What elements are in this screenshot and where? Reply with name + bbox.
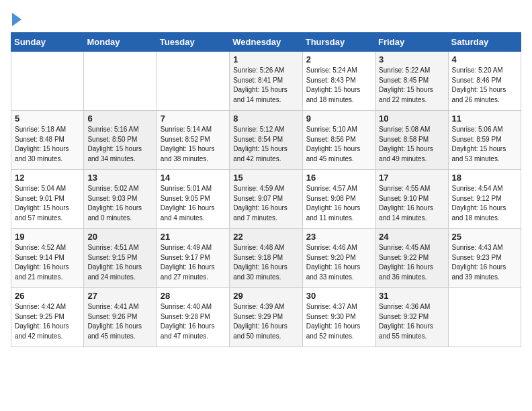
day-number: 20 xyxy=(87,232,152,242)
col-header-friday: Friday xyxy=(375,33,448,52)
day-detail: Sunrise: 4:54 AMSunset: 9:12 PMDaylight:… xyxy=(452,184,517,223)
day-detail: Sunrise: 5:10 AMSunset: 8:56 PMDaylight:… xyxy=(306,125,371,164)
day-number: 7 xyxy=(161,113,226,124)
day-detail: Sunrise: 4:42 AMSunset: 9:25 PMDaylight:… xyxy=(15,302,80,341)
day-number: 6 xyxy=(87,113,152,124)
day-number: 2 xyxy=(306,54,371,64)
calendar-cell: 5Sunrise: 5:18 AMSunset: 8:48 PMDaylight… xyxy=(11,111,84,170)
calendar-table: SundayMondayTuesdayWednesdayThursdayFrid… xyxy=(11,32,521,347)
calendar-cell: 11Sunrise: 5:06 AMSunset: 8:59 PMDayligh… xyxy=(448,111,521,170)
week-row-5: 26Sunrise: 4:42 AMSunset: 9:25 PMDayligh… xyxy=(11,288,521,347)
day-detail: Sunrise: 5:16 AMSunset: 8:50 PMDaylight:… xyxy=(87,125,152,164)
day-detail: Sunrise: 4:41 AMSunset: 9:26 PMDaylight:… xyxy=(87,302,152,341)
calendar-cell: 18Sunrise: 4:54 AMSunset: 9:12 PMDayligh… xyxy=(448,170,521,229)
calendar-cell: 6Sunrise: 5:16 AMSunset: 8:50 PMDaylight… xyxy=(84,111,157,170)
day-detail: Sunrise: 5:12 AMSunset: 8:54 PMDaylight:… xyxy=(233,125,298,164)
col-header-saturday: Saturday xyxy=(448,33,521,52)
day-number: 11 xyxy=(452,113,517,124)
day-number: 31 xyxy=(379,291,444,301)
day-detail: Sunrise: 5:20 AMSunset: 8:46 PMDaylight:… xyxy=(452,66,517,105)
day-number: 26 xyxy=(15,291,80,301)
day-detail: Sunrise: 4:59 AMSunset: 9:07 PMDaylight:… xyxy=(233,184,298,223)
calendar-cell: 17Sunrise: 4:55 AMSunset: 9:10 PMDayligh… xyxy=(375,170,448,229)
calendar-cell: 8Sunrise: 5:12 AMSunset: 8:54 PMDaylight… xyxy=(230,111,302,170)
calendar-cell: 4Sunrise: 5:20 AMSunset: 8:46 PMDaylight… xyxy=(448,52,521,111)
page-header xyxy=(11,11,521,27)
day-detail: Sunrise: 5:24 AMSunset: 8:43 PMDaylight:… xyxy=(306,66,371,105)
day-number: 14 xyxy=(161,173,226,183)
calendar-cell xyxy=(84,52,157,111)
calendar-cell: 30Sunrise: 4:37 AMSunset: 9:30 PMDayligh… xyxy=(302,288,375,347)
day-number: 10 xyxy=(379,113,444,124)
day-number: 4 xyxy=(452,54,517,64)
col-header-tuesday: Tuesday xyxy=(157,33,229,52)
day-number: 3 xyxy=(379,54,444,64)
day-number: 18 xyxy=(452,173,517,183)
day-number: 19 xyxy=(15,232,80,242)
day-detail: Sunrise: 4:45 AMSunset: 9:22 PMDaylight:… xyxy=(379,243,444,282)
calendar-cell: 12Sunrise: 5:04 AMSunset: 9:01 PMDayligh… xyxy=(11,170,84,229)
calendar-cell: 21Sunrise: 4:49 AMSunset: 9:17 PMDayligh… xyxy=(157,229,229,288)
header-row: SundayMondayTuesdayWednesdayThursdayFrid… xyxy=(11,33,521,52)
col-header-thursday: Thursday xyxy=(302,33,375,52)
day-detail: Sunrise: 4:39 AMSunset: 9:29 PMDaylight:… xyxy=(233,302,298,341)
calendar-cell: 15Sunrise: 4:59 AMSunset: 9:07 PMDayligh… xyxy=(230,170,302,229)
calendar-cell: 27Sunrise: 4:41 AMSunset: 9:26 PMDayligh… xyxy=(84,288,157,347)
day-number: 9 xyxy=(306,113,371,124)
day-detail: Sunrise: 4:46 AMSunset: 9:20 PMDaylight:… xyxy=(306,243,371,282)
day-number: 12 xyxy=(15,173,80,183)
day-number: 28 xyxy=(161,291,226,301)
day-number: 16 xyxy=(306,173,371,183)
logo-text xyxy=(11,11,21,27)
day-detail: Sunrise: 5:14 AMSunset: 8:52 PMDaylight:… xyxy=(161,125,226,164)
calendar-cell: 9Sunrise: 5:10 AMSunset: 8:56 PMDaylight… xyxy=(302,111,375,170)
day-number: 17 xyxy=(379,173,444,183)
day-detail: Sunrise: 4:49 AMSunset: 9:17 PMDaylight:… xyxy=(161,243,226,282)
day-detail: Sunrise: 4:36 AMSunset: 9:32 PMDaylight:… xyxy=(379,302,444,341)
calendar-cell: 29Sunrise: 4:39 AMSunset: 9:29 PMDayligh… xyxy=(230,288,302,347)
calendar-cell: 7Sunrise: 5:14 AMSunset: 8:52 PMDaylight… xyxy=(157,111,229,170)
week-row-2: 5Sunrise: 5:18 AMSunset: 8:48 PMDaylight… xyxy=(11,111,521,170)
calendar-cell xyxy=(11,52,84,111)
day-detail: Sunrise: 5:26 AMSunset: 8:41 PMDaylight:… xyxy=(233,66,298,105)
day-detail: Sunrise: 5:06 AMSunset: 8:59 PMDaylight:… xyxy=(452,125,517,164)
day-detail: Sunrise: 4:43 AMSunset: 9:23 PMDaylight:… xyxy=(452,243,517,282)
day-detail: Sunrise: 4:55 AMSunset: 9:10 PMDaylight:… xyxy=(379,184,444,223)
day-number: 13 xyxy=(87,173,152,183)
calendar-cell xyxy=(157,52,229,111)
calendar-cell: 10Sunrise: 5:08 AMSunset: 8:58 PMDayligh… xyxy=(375,111,448,170)
calendar-cell: 13Sunrise: 5:02 AMSunset: 9:03 PMDayligh… xyxy=(84,170,157,229)
calendar-cell: 23Sunrise: 4:46 AMSunset: 9:20 PMDayligh… xyxy=(302,229,375,288)
day-number: 25 xyxy=(452,232,517,242)
calendar-cell: 19Sunrise: 4:52 AMSunset: 9:14 PMDayligh… xyxy=(11,229,84,288)
day-number: 21 xyxy=(161,232,226,242)
day-detail: Sunrise: 4:51 AMSunset: 9:15 PMDaylight:… xyxy=(87,243,152,282)
logo-arrow-icon xyxy=(12,13,21,26)
day-detail: Sunrise: 4:48 AMSunset: 9:18 PMDaylight:… xyxy=(233,243,298,282)
day-detail: Sunrise: 4:40 AMSunset: 9:28 PMDaylight:… xyxy=(161,302,226,341)
day-detail: Sunrise: 5:01 AMSunset: 9:05 PMDaylight:… xyxy=(161,184,226,223)
logo xyxy=(11,11,21,27)
calendar-cell: 3Sunrise: 5:22 AMSunset: 8:45 PMDaylight… xyxy=(375,52,448,111)
week-row-4: 19Sunrise: 4:52 AMSunset: 9:14 PMDayligh… xyxy=(11,229,521,288)
calendar-cell: 14Sunrise: 5:01 AMSunset: 9:05 PMDayligh… xyxy=(157,170,229,229)
day-number: 22 xyxy=(233,232,298,242)
day-number: 29 xyxy=(233,291,298,301)
day-number: 8 xyxy=(233,113,298,124)
day-number: 23 xyxy=(306,232,371,242)
calendar-cell: 25Sunrise: 4:43 AMSunset: 9:23 PMDayligh… xyxy=(448,229,521,288)
day-number: 15 xyxy=(233,173,298,183)
calendar-cell: 20Sunrise: 4:51 AMSunset: 9:15 PMDayligh… xyxy=(84,229,157,288)
col-header-sunday: Sunday xyxy=(11,33,84,52)
calendar-cell: 2Sunrise: 5:24 AMSunset: 8:43 PMDaylight… xyxy=(302,52,375,111)
week-row-1: 1Sunrise: 5:26 AMSunset: 8:41 PMDaylight… xyxy=(11,52,521,111)
calendar-cell: 1Sunrise: 5:26 AMSunset: 8:41 PMDaylight… xyxy=(230,52,302,111)
day-detail: Sunrise: 5:08 AMSunset: 8:58 PMDaylight:… xyxy=(379,125,444,164)
week-row-3: 12Sunrise: 5:04 AMSunset: 9:01 PMDayligh… xyxy=(11,170,521,229)
day-number: 5 xyxy=(15,113,80,124)
day-detail: Sunrise: 5:22 AMSunset: 8:45 PMDaylight:… xyxy=(379,66,444,105)
day-detail: Sunrise: 5:04 AMSunset: 9:01 PMDaylight:… xyxy=(15,184,80,223)
day-number: 1 xyxy=(233,54,298,64)
day-number: 27 xyxy=(87,291,152,301)
col-header-monday: Monday xyxy=(84,33,157,52)
